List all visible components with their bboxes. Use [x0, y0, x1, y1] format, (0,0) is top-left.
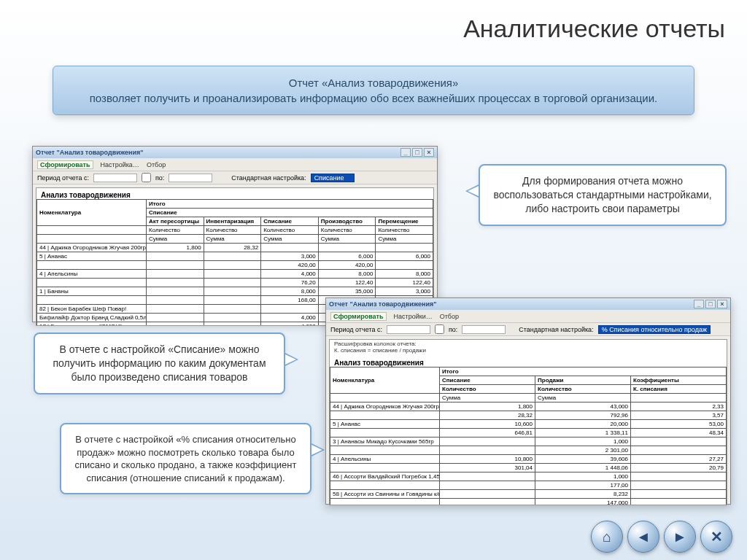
toolbar: Сформировать Настройки… Отбор [326, 310, 730, 323]
report-title: Анализ товародвижения [36, 188, 433, 199]
callout-text: В отчете с настройкой «Списание» можно п… [53, 343, 266, 383]
std-selector[interactable]: % Списания относительно продаж [598, 325, 711, 334]
period-label: Период отчета с: [37, 174, 89, 182]
report-window-1: Отчет "Анализ товародвижения" _ □ × Сфор… [32, 146, 438, 322]
period-to-input[interactable] [462, 325, 506, 334]
period-from-input[interactable] [387, 325, 430, 334]
window-controls: _ □ × [400, 148, 434, 157]
period-to-label: по: [155, 174, 164, 182]
window-title: Отчет "Анализ товародвижения" [36, 149, 143, 156]
callout-settings: Для формирования отчета можно воспользов… [479, 164, 727, 226]
minimize-button[interactable]: _ [400, 148, 411, 157]
callout-tail [465, 184, 480, 198]
nav-close-button[interactable]: ✕ [700, 521, 732, 553]
window-controls: _ □ × [694, 300, 727, 308]
period-label: Период отчета с: [330, 326, 382, 333]
nav-prev-button[interactable]: ◄ [627, 521, 659, 553]
settings-button[interactable]: Настройка… [101, 161, 139, 168]
window-title: Отчет "Анализ товародвижения" [329, 300, 436, 308]
minimize-button[interactable]: _ [694, 300, 704, 308]
period-to-label: по: [449, 326, 457, 333]
close-button[interactable]: × [424, 148, 434, 157]
std-selector[interactable]: Списание [311, 174, 355, 182]
period-from-input[interactable] [93, 174, 137, 182]
callout-text: В отчете с настройкой «% списания относи… [75, 434, 297, 483]
slide-title: Аналитические отчеты [463, 15, 725, 43]
nav-next-button[interactable]: ► [664, 521, 696, 553]
filter-button[interactable]: Отбор [147, 161, 166, 168]
report-title: Анализ товародвижения [330, 356, 727, 367]
toolbar: Сформировать Настройка… Отбор [33, 158, 437, 171]
callout-tail [310, 443, 325, 457]
callout-writeoff: В отчете с настройкой «Списание» можно п… [34, 332, 285, 394]
run-button[interactable]: Сформировать [37, 160, 93, 169]
nav-buttons: ⌂ ◄ ► ✕ [591, 521, 732, 553]
titlebar: Отчет "Анализ товародвижения" _ □ × [33, 147, 437, 158]
report-area: Расшифровка колонок отчета: К. списания … [329, 339, 727, 505]
callout-tail [284, 352, 298, 367]
maximize-button[interactable]: □ [705, 300, 716, 308]
settings-button[interactable]: Настройки… [394, 313, 433, 320]
callout-text: Для формирования отчета можно воспользов… [493, 175, 711, 214]
params-row: Период отчета с: по: Стандартная настрой… [326, 323, 730, 336]
close-button[interactable]: × [717, 300, 727, 308]
report-grid-2: НоменклатураИтогоСписаниеПродажиКоэффици… [330, 367, 727, 505]
period-checkbox[interactable] [435, 324, 444, 334]
maximize-button[interactable]: □ [412, 148, 422, 157]
std-label: Стандартная настройка: [231, 174, 306, 182]
filter-button[interactable]: Отбор [440, 313, 459, 320]
nav-home-button[interactable]: ⌂ [591, 521, 623, 553]
run-button[interactable]: Сформировать [330, 312, 387, 321]
titlebar: Отчет "Анализ товародвижения" _ □ × [326, 298, 730, 310]
params-row: Период отчета с: по: Стандартная настрой… [33, 171, 437, 184]
main-callout: Отчет «Анализ товародвижения» позволяет … [53, 66, 694, 115]
legend: Расшифровка колонок отчета: К. списания … [330, 340, 727, 356]
report-window-2: Отчет "Анализ товародвижения" _ □ × Сфор… [325, 298, 731, 505]
period-checkbox[interactable] [142, 173, 151, 182]
callout-percent: В отчете с настройкой «% списания относи… [60, 423, 311, 494]
std-label: Стандартная настройка: [519, 326, 593, 333]
period-to-input[interactable] [169, 174, 212, 182]
